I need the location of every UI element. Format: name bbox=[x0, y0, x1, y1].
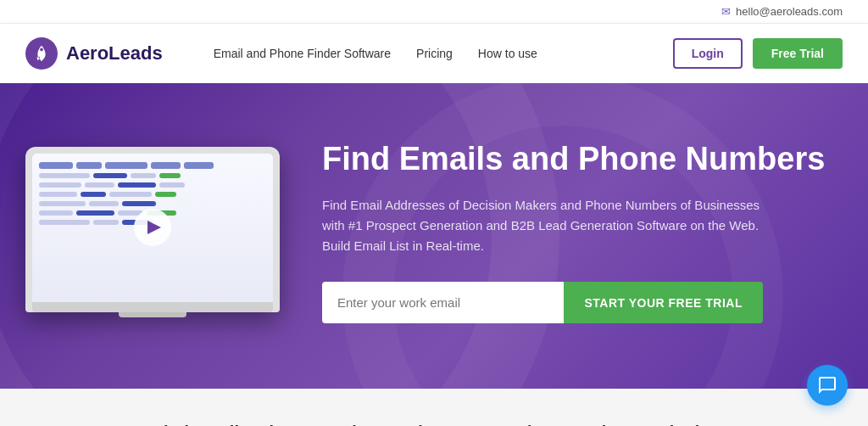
logo-link[interactable]: AeroLeads bbox=[25, 37, 163, 70]
email-input[interactable] bbox=[322, 282, 564, 323]
hero-title: Find Emails and Phone Numbers bbox=[322, 140, 843, 179]
free-trial-button[interactable]: Free Trial bbox=[753, 38, 843, 69]
logo-icon bbox=[25, 37, 58, 70]
nav-pricing[interactable]: Pricing bbox=[416, 47, 453, 60]
lower-section: Find Emails, Phone Numbers and B2B Data … bbox=[0, 389, 868, 426]
hero-content: Find Emails and Phone Numbers Find Email… bbox=[280, 140, 843, 324]
nav-how-to-use[interactable]: How to use bbox=[478, 47, 537, 60]
laptop-image bbox=[25, 147, 280, 317]
nav-links: Email and Phone Finder Software Pricing … bbox=[214, 47, 673, 60]
email-icon: ✉ bbox=[721, 5, 731, 18]
rocket-svg bbox=[32, 44, 51, 63]
navbar: AeroLeads Email and Phone Finder Softwar… bbox=[0, 24, 868, 83]
login-button[interactable]: Login bbox=[673, 38, 743, 69]
cta-button[interactable]: START YOUR FREE TRIAL bbox=[564, 282, 763, 323]
hero-section: Find Emails and Phone Numbers Find Email… bbox=[0, 83, 868, 389]
nav-software[interactable]: Email and Phone Finder Software bbox=[214, 47, 391, 60]
laptop-screen bbox=[32, 154, 273, 302]
lower-title: Find Emails, Phone Numbers and B2B Data … bbox=[25, 423, 843, 426]
contact-email: hello@aeroleads.com bbox=[736, 5, 843, 18]
hero-subtitle: Find Email Addresses of Decision Makers … bbox=[322, 195, 763, 256]
hero-cta: START YOUR FREE TRIAL bbox=[322, 282, 763, 323]
chat-bubble[interactable] bbox=[807, 365, 848, 406]
logo-text: AeroLeads bbox=[66, 42, 163, 64]
contact-email-area: ✉ hello@aeroleads.com bbox=[721, 5, 843, 18]
nav-actions: Login Free Trial bbox=[673, 38, 843, 69]
play-button[interactable] bbox=[134, 209, 171, 246]
top-bar: ✉ hello@aeroleads.com bbox=[0, 0, 868, 24]
chat-icon bbox=[817, 375, 837, 395]
